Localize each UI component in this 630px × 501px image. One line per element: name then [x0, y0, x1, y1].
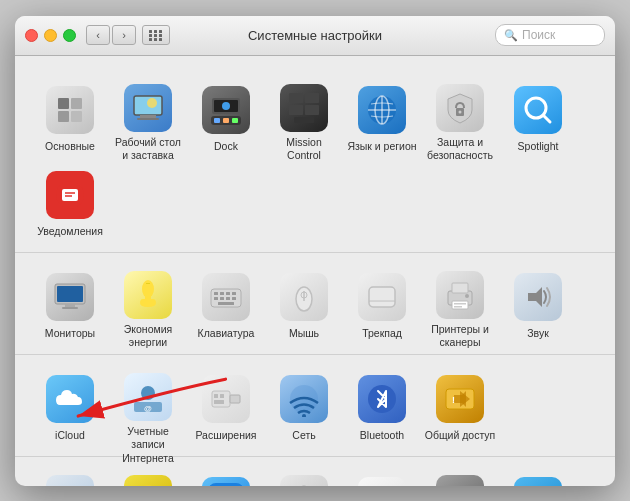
svg-rect-16: [289, 93, 303, 103]
content-area: Основные: [15, 56, 615, 486]
grid-view-button[interactable]: [142, 25, 170, 45]
pref-item-lang[interactable]: Язык и регион: [343, 74, 421, 159]
monitors-label: Мониторы: [45, 327, 95, 341]
network-label: Сеть: [292, 429, 315, 443]
svg-rect-39: [146, 283, 150, 284]
svg-rect-57: [452, 301, 468, 309]
trackpad-label: Трекпад: [362, 327, 402, 341]
svg-rect-0: [58, 98, 69, 109]
keyboard-label: Клавиатура: [198, 327, 255, 341]
svg-rect-45: [214, 297, 218, 300]
back-button[interactable]: ‹: [86, 25, 110, 45]
lang-icon: [356, 84, 408, 136]
mouse-label: Мышь: [289, 327, 319, 341]
pref-item-accounts[interactable]: @ Учетные записи Интернета: [109, 363, 187, 448]
energy-label: Экономия энергии: [112, 323, 184, 350]
pref-item-sound[interactable]: Звук: [499, 261, 577, 346]
pref-item-users[interactable]: Пользователи и группы: [31, 465, 109, 486]
dictation-icon: [278, 475, 330, 486]
pref-item-desktop[interactable]: Рабочий стол и заставка: [109, 74, 187, 159]
pref-item-osnovnye[interactable]: Основные: [31, 74, 109, 159]
svg-rect-46: [220, 297, 224, 300]
desktop-icon: [122, 84, 174, 132]
pref-item-energy[interactable]: Экономия энергии: [109, 261, 187, 346]
sharing-icon: !: [434, 373, 486, 425]
svg-rect-35: [65, 304, 75, 307]
pref-item-keyboard[interactable]: Клавиатура: [187, 261, 265, 346]
osnovnye-label: Основные: [45, 140, 95, 154]
traffic-lights: [25, 29, 76, 42]
dock-label: Dock: [214, 140, 238, 154]
svg-rect-41: [214, 292, 218, 295]
pref-item-dock[interactable]: Dock: [187, 74, 265, 159]
pref-item-trackpad[interactable]: Трекпад: [343, 261, 421, 346]
svg-point-60: [465, 294, 469, 298]
security-icon: [434, 84, 486, 132]
svg-rect-70: [214, 400, 224, 404]
pref-item-monitors[interactable]: Мониторы: [31, 261, 109, 346]
datetime-icon: [356, 475, 408, 486]
printers-label: Принтеры и сканеры: [424, 323, 496, 350]
parental-icon: [122, 475, 174, 486]
svg-rect-67: [230, 395, 240, 403]
items-grid-4: Пользователи и группы: [31, 465, 599, 486]
svg-rect-2: [58, 111, 69, 122]
svg-rect-20: [294, 117, 314, 123]
svg-line-28: [543, 115, 550, 122]
notif-icon: [44, 169, 96, 221]
pref-item-appstore[interactable]: A App Store: [187, 465, 265, 486]
pref-item-network[interactable]: Сеть: [265, 363, 343, 448]
desktop-label: Рабочий стол и заставка: [112, 136, 184, 163]
pref-item-startup[interactable]: Загрузочный том: [421, 465, 499, 486]
pref-item-notif[interactable]: Уведомления: [31, 159, 109, 244]
svg-rect-18: [289, 105, 303, 115]
svg-rect-36: [62, 307, 78, 309]
svg-text:@: @: [144, 404, 152, 413]
system-preferences-window: ‹ › Системные настройки 🔍 Поиск: [15, 16, 615, 486]
pref-item-mission[interactable]: Mission Control: [265, 74, 343, 159]
svg-point-15: [222, 102, 230, 110]
pref-item-sharing[interactable]: ! Общий доступ: [421, 363, 499, 448]
svg-rect-56: [452, 283, 468, 293]
maximize-button[interactable]: [63, 29, 76, 42]
forward-button[interactable]: ›: [112, 25, 136, 45]
window-title: Системные настройки: [248, 28, 382, 43]
printers-icon: [434, 271, 486, 319]
svg-point-63: [141, 386, 155, 400]
minimize-button[interactable]: [44, 29, 57, 42]
pref-item-mouse[interactable]: Мышь: [265, 261, 343, 346]
network-icon: [278, 373, 330, 425]
nav-buttons: ‹ ›: [86, 25, 136, 45]
pref-item-parental[interactable]: Родительский контроль: [109, 465, 187, 486]
pref-item-security[interactable]: Защита и безопасность: [421, 74, 499, 159]
pref-item-icloud[interactable]: iCloud: [31, 363, 109, 448]
svg-point-8: [147, 98, 157, 108]
sound-icon: [512, 271, 564, 323]
svg-text:!: !: [452, 395, 455, 405]
svg-rect-47: [226, 297, 230, 300]
svg-rect-17: [305, 93, 319, 103]
svg-marker-61: [528, 287, 542, 307]
pref-item-bluetooth[interactable]: Bluetooth: [343, 363, 421, 448]
bluetooth-icon: [356, 373, 408, 425]
notif-label: Уведомления: [37, 225, 103, 239]
search-box[interactable]: 🔍 Поиск: [495, 24, 605, 46]
svg-point-26: [459, 110, 462, 113]
svg-rect-49: [218, 302, 234, 305]
svg-rect-6: [140, 115, 156, 118]
accounts-label: Учетные записи Интернета: [112, 425, 184, 466]
close-button[interactable]: [25, 29, 38, 42]
pref-item-printers[interactable]: Принтеры и сканеры: [421, 261, 499, 346]
svg-rect-68: [214, 394, 218, 398]
svg-rect-43: [226, 292, 230, 295]
pref-item-timemachine[interactable]: Time Machine: [499, 465, 577, 486]
pref-item-datetime[interactable]: Дата и время: [343, 465, 421, 486]
search-placeholder: Поиск: [522, 28, 555, 42]
svg-rect-48: [232, 297, 236, 300]
icloud-label: iCloud: [55, 429, 85, 443]
mission-label: Mission Control: [268, 136, 340, 163]
pref-item-extensions[interactable]: Расширения: [187, 363, 265, 448]
pref-item-dictation[interactable]: Диктовка и речь: [265, 465, 343, 486]
pref-item-spotlight[interactable]: Spotlight: [499, 74, 577, 159]
svg-point-81: [140, 485, 156, 486]
